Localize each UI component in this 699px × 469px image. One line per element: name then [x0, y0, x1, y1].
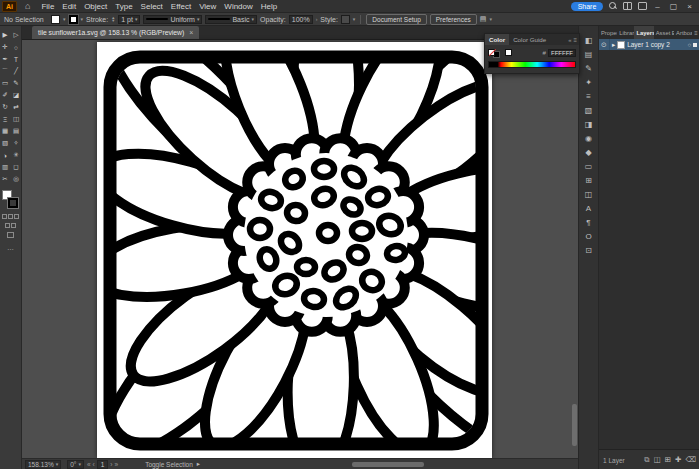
- magic-wand-tool[interactable]: ✛: [0, 41, 11, 53]
- collapse-panel-icon[interactable]: «: [568, 37, 571, 43]
- new-sublayer-icon[interactable]: ⊞: [665, 455, 671, 465]
- brush-definition-select[interactable]: Basic▾: [205, 15, 257, 24]
- stroke-chevron-icon[interactable]: ▾: [81, 16, 84, 22]
- character-panel-icon[interactable]: A: [586, 201, 591, 215]
- rotation-field[interactable]: 0°▾: [67, 460, 84, 469]
- workspace-switcher-icon[interactable]: [638, 2, 647, 10]
- tab-properties[interactable]: Proper: [599, 26, 617, 39]
- direct-selection-tool[interactable]: ▷: [11, 29, 22, 41]
- style-swatch[interactable]: [341, 15, 350, 24]
- paintbrush-tool[interactable]: ✎: [11, 77, 22, 89]
- document-setup-button[interactable]: Document Setup: [366, 14, 426, 25]
- pathfinder-panel-icon[interactable]: ◫: [585, 187, 593, 201]
- align-panel-icon[interactable]: ⊞: [585, 173, 592, 187]
- white-swatch[interactable]: [505, 49, 512, 56]
- delete-layer-icon[interactable]: ⌫: [685, 455, 696, 465]
- menu-view[interactable]: View: [195, 2, 220, 11]
- column-graph-tool[interactable]: ▥: [0, 161, 11, 173]
- shape-builder-tool[interactable]: ◫: [11, 113, 22, 125]
- symbol-sprayer-tool[interactable]: ✳: [11, 149, 22, 161]
- panel-menu-icon[interactable]: ≡: [692, 26, 699, 39]
- menu-file[interactable]: File: [37, 2, 58, 11]
- curvature-tool[interactable]: ⌒: [0, 65, 11, 77]
- workspace-chevron-icon[interactable]: ▾: [489, 16, 492, 22]
- brushes-panel-icon[interactable]: ✎: [585, 61, 592, 75]
- new-layer-icon[interactable]: ✚: [675, 455, 681, 465]
- maximize-button[interactable]: ▢: [668, 2, 680, 11]
- draw-mode-buttons[interactable]: [5, 223, 16, 228]
- arrange-documents-icon[interactable]: [623, 2, 632, 10]
- tab-artboards[interactable]: Artboa: [674, 26, 692, 39]
- clipping-mask-icon[interactable]: ◫: [654, 455, 661, 465]
- vertical-scrollbar[interactable]: [572, 40, 577, 458]
- zoom-level-field[interactable]: 158.13%▾: [25, 460, 61, 469]
- tab-layers[interactable]: Layers: [634, 26, 653, 39]
- pencil-tool[interactable]: ✐: [0, 89, 11, 101]
- artboard-tool[interactable]: ◻: [11, 161, 22, 173]
- gradient-tool[interactable]: ▧: [0, 137, 11, 149]
- eraser-tool[interactable]: ◪: [11, 89, 22, 101]
- panel-menu-icon[interactable]: ≡: [573, 37, 577, 43]
- menu-select[interactable]: Select: [137, 2, 167, 11]
- pen-tool[interactable]: ✒: [0, 53, 11, 65]
- color-none-gradient-row[interactable]: [2, 214, 19, 219]
- stroke-color-swatch[interactable]: [69, 15, 78, 24]
- stroke-proxy[interactable]: [8, 198, 18, 208]
- screen-mode-button[interactable]: [7, 232, 14, 238]
- rectangle-tool[interactable]: ▭: [0, 77, 11, 89]
- horizontal-scrollbar-thumb[interactable]: [352, 462, 424, 467]
- width-profile-select[interactable]: Uniform▾: [143, 15, 202, 24]
- none-color-swatch[interactable]: [488, 49, 495, 56]
- tab-asset-export[interactable]: Asset E: [654, 26, 674, 39]
- transparency-panel-icon[interactable]: ◨: [585, 117, 593, 131]
- last-artboard-icon[interactable]: »: [115, 461, 119, 468]
- prev-artboard-icon[interactable]: ‹: [93, 461, 95, 468]
- slice-tool[interactable]: ✂: [0, 173, 11, 185]
- fill-chevron-icon[interactable]: ▾: [63, 16, 66, 22]
- tab-color-guide[interactable]: Color Guide: [509, 34, 550, 45]
- paragraph-panel-icon[interactable]: ¶: [586, 215, 590, 229]
- swatches-panel-icon[interactable]: ▤: [585, 47, 593, 61]
- layer-row[interactable]: ⊙ ▸ Layer 1 copy 2 ○: [599, 39, 699, 50]
- mesh-tool[interactable]: ▤: [11, 125, 22, 137]
- preferences-button[interactable]: Preferences: [430, 14, 477, 25]
- menu-help[interactable]: Help: [257, 2, 281, 11]
- menu-object[interactable]: Object: [80, 2, 111, 11]
- visibility-eye-icon[interactable]: ⊙: [601, 41, 607, 49]
- libraries-panel-icon[interactable]: ◧: [585, 33, 593, 47]
- menu-effect[interactable]: Effect: [167, 2, 195, 11]
- workspace-icon[interactable]: ▤: [480, 15, 487, 23]
- tab-close-icon[interactable]: ×: [189, 29, 193, 36]
- fill-color-swatch[interactable]: [51, 15, 60, 24]
- stroke-weight-stepper[interactable]: ▲▼: [111, 16, 115, 22]
- home-icon[interactable]: ⌂: [25, 2, 30, 11]
- close-button[interactable]: ×: [685, 2, 694, 11]
- blend-tool[interactable]: ◑: [0, 149, 11, 161]
- lasso-tool[interactable]: ○: [11, 41, 22, 53]
- canvas-pasteboard[interactable]: [22, 40, 578, 458]
- perspective-grid-tool[interactable]: ▦: [0, 125, 11, 137]
- color-spectrum-bar[interactable]: [488, 61, 576, 68]
- stroke-weight-field[interactable]: 1 pt▾: [118, 15, 140, 24]
- gradient-panel-icon[interactable]: ▧: [585, 103, 593, 117]
- stroke-panel-icon[interactable]: ≡: [586, 89, 591, 103]
- layer-target-icon[interactable]: ○: [687, 42, 691, 48]
- type-tool[interactable]: T: [11, 53, 22, 65]
- zoom-tool[interactable]: ◎: [11, 173, 22, 185]
- scale-tool[interactable]: ⇄: [11, 101, 22, 113]
- tab-color[interactable]: Color: [485, 34, 509, 45]
- menu-window[interactable]: Window: [220, 2, 256, 11]
- first-artboard-icon[interactable]: «: [87, 461, 91, 468]
- vertical-scrollbar-thumb[interactable]: [572, 404, 577, 446]
- expand-chevron-icon[interactable]: ▸: [612, 41, 615, 49]
- document-tab[interactable]: tile sunflower1a.svg @ 158.13 % (RGB/Pre…: [32, 26, 199, 39]
- appearance-panel-icon[interactable]: ◉: [585, 131, 592, 145]
- symbols-panel-icon[interactable]: ✦: [585, 75, 592, 89]
- next-artboard-icon[interactable]: ›: [110, 461, 112, 468]
- share-button[interactable]: Share: [571, 2, 604, 11]
- minimize-button[interactable]: –: [653, 2, 661, 11]
- artboards-panel-icon[interactable]: ▭: [585, 159, 593, 173]
- selection-tool[interactable]: ▶: [0, 29, 11, 41]
- app-logo-icon[interactable]: Ai: [2, 1, 17, 12]
- opentype-panel-icon[interactable]: O: [585, 229, 591, 243]
